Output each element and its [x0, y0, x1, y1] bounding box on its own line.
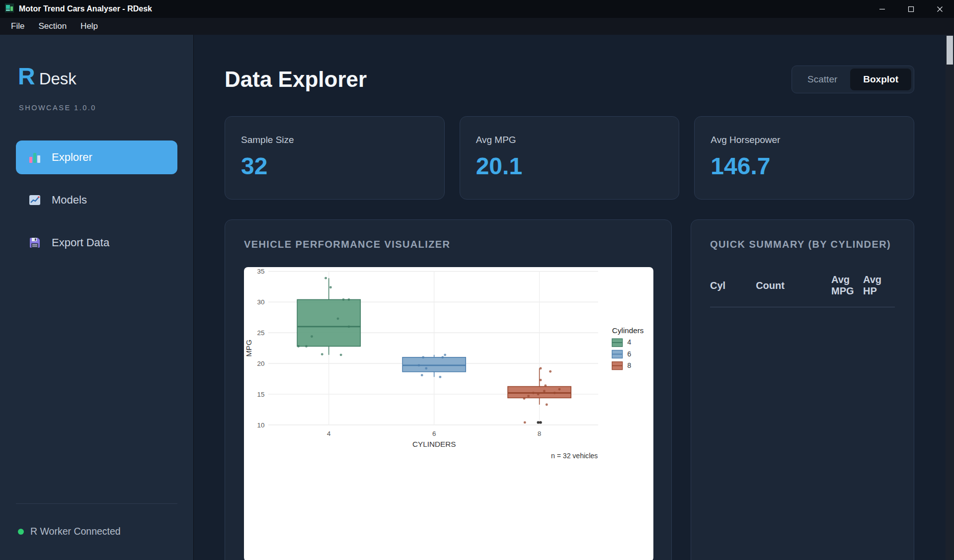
close-button[interactable] [925, 0, 954, 18]
minimize-button[interactable] [868, 0, 896, 18]
svg-text:n = 32 vehicles: n = 32 vehicles [551, 452, 598, 460]
svg-text:6: 6 [432, 430, 436, 437]
stat-label: Sample Size [241, 135, 428, 145]
svg-text:4: 4 [327, 430, 331, 437]
worker-status: R Worker Connected [16, 526, 177, 537]
maximize-button[interactable] [896, 0, 925, 18]
titlebar: Motor Trend Cars Analyser - RDesk [0, 0, 954, 18]
sidebar-item-models[interactable]: Models [16, 183, 177, 217]
sidebar-item-label: Models [52, 194, 87, 207]
sidebar: R Desk SHOWCASE 1.0.0 Explorer Models [0, 35, 194, 560]
line-chart-icon [28, 193, 42, 207]
svg-text:15: 15 [257, 391, 265, 398]
stat-cards: Sample Size 32 Avg MPG 20.1 Avg Horsepow… [225, 116, 914, 200]
stat-value: 20.1 [476, 152, 663, 180]
menu-bar: File Section Help [0, 18, 954, 35]
svg-text:8: 8 [538, 430, 541, 437]
app-icon [5, 3, 14, 14]
summary-col-cyl: Cyl [710, 274, 756, 307]
logo-r: R [18, 63, 35, 90]
chart-type-toggle: Scatter Boxplot [792, 66, 914, 93]
svg-text:35: 35 [257, 268, 265, 275]
menu-section[interactable]: Section [31, 19, 74, 33]
visualizer-panel: VEHICLE PERFORMANCE VISUALIZER 101520253… [225, 219, 672, 560]
page-title: Data Explorer [225, 67, 367, 92]
sidebar-item-label: Explorer [52, 151, 92, 164]
scrollbar-thumb[interactable] [947, 36, 953, 65]
svg-text:8: 8 [627, 361, 631, 369]
status-label: R Worker Connected [30, 526, 121, 537]
svg-text:30: 30 [257, 298, 265, 306]
stat-label: Avg MPG [476, 135, 663, 145]
sidebar-item-export-data[interactable]: Export Data [16, 226, 177, 260]
svg-text:4: 4 [627, 338, 631, 346]
boxplot-svg: 101520253035468CYLINDERSMPGn = 32 vehicl… [244, 267, 653, 560]
stat-value: 146.7 [711, 152, 898, 180]
sidebar-item-label: Export Data [52, 236, 109, 249]
stat-card-sample-size: Sample Size 32 [225, 116, 445, 200]
svg-text:6: 6 [627, 350, 631, 358]
window-title: Motor Trend Cars Analyser - RDesk [19, 4, 152, 13]
menu-help[interactable]: Help [74, 19, 105, 33]
status-dot-icon [18, 529, 24, 535]
summary-table: Cyl Count Avg MPG Avg HP [710, 274, 895, 307]
svg-text:MPG: MPG [244, 340, 253, 357]
main-content: Data Explorer Scatter Boxplot Sample Siz… [194, 35, 954, 560]
toggle-scatter[interactable]: Scatter [795, 69, 850, 90]
save-icon [28, 236, 42, 250]
bar-chart-icon [28, 150, 42, 164]
app-logo: R Desk [16, 63, 177, 90]
menu-file[interactable]: File [4, 19, 31, 33]
svg-text:20: 20 [257, 360, 265, 367]
svg-text:CYLINDERS: CYLINDERS [412, 440, 456, 448]
stat-label: Avg Horsepower [711, 135, 898, 145]
summary-title: QUICK SUMMARY (BY CYLINDER) [710, 239, 895, 250]
version-label: SHOWCASE 1.0.0 [16, 104, 177, 112]
svg-text:10: 10 [257, 421, 265, 429]
sidebar-item-explorer[interactable]: Explorer [16, 140, 177, 174]
summary-col-count: Count [756, 274, 831, 307]
vertical-scrollbar[interactable] [946, 35, 954, 560]
stat-card-avg-mpg: Avg MPG 20.1 [460, 116, 680, 200]
sidebar-bottom: R Worker Connected [16, 503, 177, 537]
summary-panel: QUICK SUMMARY (BY CYLINDER) Cyl Count Av… [691, 219, 914, 560]
stat-value: 32 [241, 152, 428, 180]
svg-text:Cylinders: Cylinders [612, 326, 644, 335]
sidebar-nav: Explorer Models Export Data [16, 140, 177, 260]
visualizer-title: VEHICLE PERFORMANCE VISUALIZER [244, 239, 652, 250]
sidebar-divider [16, 503, 177, 504]
svg-text:25: 25 [257, 329, 265, 337]
summary-col-avg-mpg: Avg MPG [831, 274, 863, 307]
logo-text: Desk [39, 70, 77, 88]
boxplot-chart: 101520253035468CYLINDERSMPGn = 32 vehicl… [244, 267, 653, 560]
summary-col-avg-hp: Avg HP [863, 274, 895, 307]
stat-card-avg-horsepower: Avg Horsepower 146.7 [694, 116, 914, 200]
toggle-boxplot[interactable]: Boxplot [850, 69, 911, 90]
summary-header-row: Cyl Count Avg MPG Avg HP [710, 274, 895, 307]
